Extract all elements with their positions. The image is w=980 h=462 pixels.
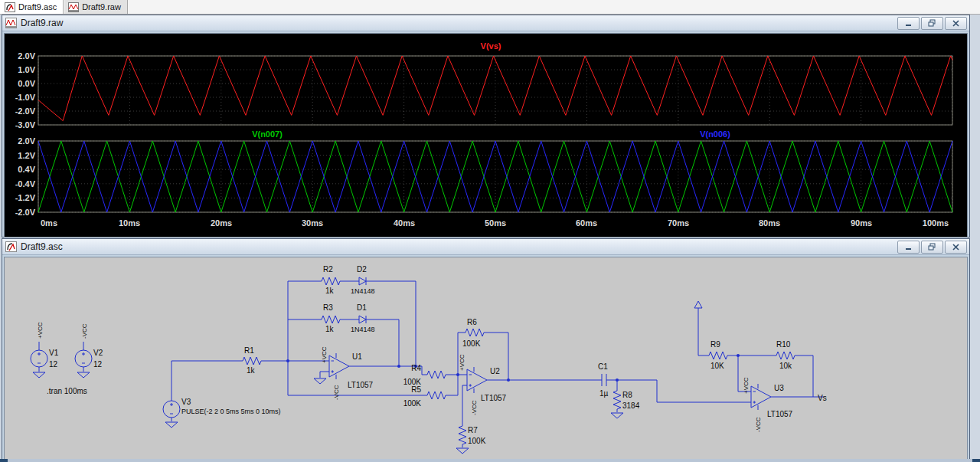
x-tick-label: 90ms	[851, 218, 872, 228]
y-tick-label: 2.0V	[18, 136, 35, 146]
ground-symbol[interactable]	[611, 413, 623, 418]
svg-text:10K[interactable]: 10K	[710, 362, 724, 370]
rail-label: -VCC	[333, 385, 340, 400]
svg-text:R6[interactable]: R6	[467, 318, 477, 326]
component-u2[interactable]: +VCC -VCC U2 LT1057	[459, 354, 507, 415]
component-v1[interactable]: +VCC V1 12	[31, 322, 59, 378]
svg-text:R1[interactable]: R1	[244, 346, 254, 355]
waveform-plot[interactable]: 2.0V1.0V0.0V-1.0V-2.0V-3.0VV(vs)2.0V1.2V…	[5, 34, 965, 234]
schematic-canvas[interactable]: +VCC V1 12 -VCC V2 12 .tran 100ms V3	[4, 257, 968, 460]
spice-directive[interactable]: .tran 100ms	[47, 387, 87, 395]
svg-text:U1[interactable]: U1	[352, 352, 362, 361]
close-button[interactable]	[945, 17, 967, 30]
svg-text:1k[interactable]: 1k	[325, 325, 335, 333]
minimize-button[interactable]	[897, 241, 920, 254]
window-title: Draft9.raw	[21, 18, 897, 28]
svg-text:U2[interactable]: U2	[490, 367, 500, 375]
svg-text:PULSE(-2 2 0 5ms 5ms 0 10ms)[interactable]: PULSE(-2 2 0 5ms 5ms 0 10ms)	[181, 408, 281, 415]
x-tick-label: 80ms	[759, 218, 780, 228]
output-net-label[interactable]: Vs	[818, 394, 827, 402]
window-title: Draft9.asc	[21, 241, 897, 252]
svg-text:LT1057[interactable]: LT1057	[348, 381, 374, 389]
svg-text:R2[interactable]: R2	[323, 265, 333, 274]
svg-text:V2[interactable]: V2	[93, 349, 103, 357]
component-r6[interactable]: R6 100K	[462, 318, 487, 348]
svg-text:100K[interactable]: 100K	[403, 399, 422, 408]
svg-text:V1[interactable]: V1	[49, 349, 59, 357]
svg-text:12[interactable]: 12	[93, 360, 103, 369]
svg-text:1N4148[interactable]: 1N4148	[351, 287, 375, 295]
component-r3[interactable]: R3 1k	[318, 303, 343, 333]
component-d1[interactable]: D1 1N4148	[351, 303, 375, 333]
waveform-window: Draft9.raw 2.0V1.0V0.0V-1.0V-2.0V-3.0VV(…	[2, 15, 970, 238]
component-v3[interactable]: V3 PULSE(-2 2 0 5ms 5ms 0 10ms)	[163, 398, 281, 428]
y-tick-label: -1.2V	[15, 193, 36, 202]
ground-symbol[interactable]	[456, 448, 469, 454]
net-flag-label[interactable]: -VCC	[81, 323, 88, 339]
svg-text:R8[interactable]: R8	[622, 391, 632, 399]
y-tick-label: -0.4V	[15, 179, 36, 188]
schematic-drawing[interactable]: +VCC V1 12 -VCC V2 12 .tran 100ms V3	[5, 257, 965, 456]
component-r1[interactable]: R1 1k	[240, 346, 264, 375]
tab-draft9-asc[interactable]: Draft9.asc	[0, 0, 64, 14]
svg-text:10k[interactable]: 10k	[779, 362, 792, 370]
waveform-plot-area[interactable]: 2.0V1.0V0.0V-1.0V-2.0V-3.0VV(vs)2.0V1.2V…	[4, 33, 968, 238]
component-u1[interactable]: +VCC -VCC U1 LT1057	[321, 346, 374, 400]
trace-label[interactable]: V(n007)	[252, 129, 283, 139]
minimize-button[interactable]	[897, 17, 920, 30]
svg-text:3184[interactable]: 3184	[622, 401, 640, 410]
svg-text:12[interactable]: 12	[49, 360, 58, 369]
schematic-wires[interactable]	[39, 281, 824, 423]
waveform-window-titlebar[interactable]: Draft9.raw	[2, 15, 969, 31]
svg-text:100K[interactable]: 100K	[462, 339, 481, 348]
component-r8[interactable]: R8 3184	[613, 388, 640, 412]
tab-draft9-raw[interactable]: Draft9.raw	[64, 0, 128, 14]
component-r4[interactable]: R4 100K	[403, 364, 449, 386]
svg-text:LT1057[interactable]: LT1057	[481, 394, 507, 402]
svg-text:V3[interactable]: V3	[181, 398, 191, 406]
component-v2[interactable]: -VCC V2 12	[75, 323, 103, 378]
x-tick-label: 40ms	[394, 218, 415, 228]
x-tick-label: 70ms	[668, 218, 689, 228]
x-tick-label: 50ms	[485, 218, 506, 228]
trace-label[interactable]: V(vs)	[481, 41, 501, 51]
tab-label: Draft9.asc	[18, 2, 57, 11]
svg-text:R4[interactable]: R4	[411, 364, 421, 372]
svg-text:D1[interactable]: D1	[357, 303, 367, 312]
waveform-icon	[5, 18, 17, 28]
component-u3[interactable]: +VCC -VCC U3 LT1057	[743, 377, 793, 432]
svg-text:LT1057[interactable]: LT1057	[767, 410, 793, 418]
schematic-window-titlebar[interactable]: Draft9.asc	[2, 239, 969, 255]
window-bottom-edge	[0, 459, 980, 462]
svg-text:1N4148[interactable]: 1N4148	[351, 326, 375, 333]
restore-button[interactable]	[921, 17, 943, 30]
svg-text:1µ[interactable]: 1µ	[599, 389, 609, 398]
svg-text:C1[interactable]: C1	[598, 362, 608, 371]
trace-label[interactable]: V(n006)	[700, 129, 730, 139]
svg-text:1k[interactable]: 1k	[325, 287, 335, 295]
svg-text:R7[interactable]: R7	[468, 426, 478, 434]
svg-text:D2[interactable]: D2	[357, 265, 367, 274]
component-c1[interactable]: C1 1µ	[596, 362, 612, 398]
restore-button[interactable]	[921, 241, 943, 254]
ltspice-app: Draft9.asc Draft9.raw Draft9.raw 2.0V1.0…	[0, 0, 980, 462]
svg-text:U3[interactable]: U3	[774, 384, 784, 392]
component-r5[interactable]: R5 100K	[403, 385, 449, 408]
ground-symbol[interactable]	[314, 378, 326, 384]
y-tick-label: 0.4V	[18, 165, 35, 174]
y-tick-label: -2.0V	[15, 208, 36, 217]
svg-text:R9[interactable]: R9	[710, 340, 720, 349]
net-flag-arrow[interactable]	[694, 301, 702, 308]
net-flag-label[interactable]: +VCC	[37, 322, 44, 339]
svg-text:R3[interactable]: R3	[323, 303, 333, 312]
svg-text:R10[interactable]: R10	[776, 340, 791, 349]
component-r7[interactable]: R7 100K	[459, 423, 486, 447]
component-r10[interactable]: R10 10k	[773, 340, 798, 370]
component-r2[interactable]: R2 1k	[318, 265, 343, 295]
svg-text:1k[interactable]: 1k	[247, 366, 256, 375]
svg-text:R5[interactable]: R5	[411, 385, 421, 394]
close-button[interactable]	[945, 241, 967, 254]
component-r9[interactable]: R9 10K	[706, 340, 730, 370]
component-d2[interactable]: D2 1N4148	[351, 265, 375, 295]
svg-text:100K[interactable]: 100K	[468, 437, 486, 445]
